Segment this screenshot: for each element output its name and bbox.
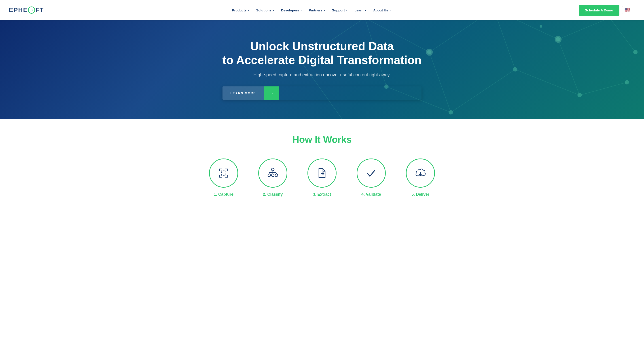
step-validate: 4. Validate xyxy=(353,158,389,197)
schedule-demo-button[interactable]: Schedule A Demo xyxy=(579,5,620,16)
extract-icon xyxy=(315,166,329,180)
nav-link-support[interactable]: Support ▾ xyxy=(330,7,350,14)
nav-item-solutions[interactable]: Solutions ▾ xyxy=(253,7,276,14)
svg-rect-49 xyxy=(228,175,228,177)
svg-line-7 xyxy=(429,52,451,112)
nav-item-products[interactable]: Products ▾ xyxy=(229,7,252,14)
svg-point-53 xyxy=(272,174,274,177)
step-extract-icon-circle xyxy=(308,158,336,188)
nav-right: Schedule A Demo 🇺🇸 ▾ xyxy=(579,5,635,16)
step-capture: 1. Capture xyxy=(206,158,242,197)
learn-more-arrow-button[interactable]: → xyxy=(264,86,278,100)
nav-link-about-us[interactable]: About Us ▾ xyxy=(370,7,393,14)
step-capture-icon-circle xyxy=(209,158,238,188)
chevron-down-icon: ▾ xyxy=(324,9,325,12)
nav-links: Products ▾ Solutions ▾ Developers ▾ Part… xyxy=(229,7,393,14)
steps-row: 1. Capture 2. Classify xyxy=(9,158,635,197)
svg-point-40 xyxy=(555,36,562,43)
svg-point-52 xyxy=(268,174,270,177)
step-deliver-label: 5. Deliver xyxy=(412,192,429,197)
chevron-down-icon: ▾ xyxy=(346,9,347,12)
hero-content: Unlock Unstructured Data to Accelerate D… xyxy=(222,39,422,100)
step-classify: 2. Classify xyxy=(255,158,291,197)
validate-icon xyxy=(364,166,378,180)
svg-line-4 xyxy=(558,20,610,39)
logo-text-prefix: EPHE xyxy=(9,7,28,14)
svg-line-2 xyxy=(429,20,494,52)
svg-point-25 xyxy=(577,93,582,97)
how-it-works-section: How It Works 1. Capture xyxy=(0,119,644,215)
logo[interactable]: EPHE S FT xyxy=(9,7,44,14)
svg-line-14 xyxy=(610,20,635,52)
chevron-down-icon: ▾ xyxy=(300,9,302,12)
nav-item-support[interactable]: Support ▾ xyxy=(330,7,350,14)
logo-circle-s: S xyxy=(28,7,35,14)
chevron-down-icon: ▾ xyxy=(632,9,632,12)
hero-subtitle: High-speed capture and extraction uncove… xyxy=(222,72,422,77)
svg-rect-45 xyxy=(228,168,228,171)
svg-rect-47 xyxy=(219,175,220,177)
chevron-down-icon: ▾ xyxy=(365,9,366,12)
flag-icon: 🇺🇸 xyxy=(624,8,630,13)
svg-line-3 xyxy=(494,20,558,39)
chevron-down-icon: ▾ xyxy=(248,9,249,12)
svg-point-41 xyxy=(426,49,433,56)
svg-point-35 xyxy=(633,50,638,54)
language-selector-button[interactable]: 🇺🇸 ▾ xyxy=(622,6,635,14)
svg-point-27 xyxy=(448,110,453,114)
svg-point-23 xyxy=(556,37,560,41)
nav-item-learn[interactable]: Learn ▾ xyxy=(352,7,369,14)
svg-point-21 xyxy=(427,50,431,54)
nav-item-partners[interactable]: Partners ▾ xyxy=(306,7,328,14)
deliver-icon xyxy=(414,166,427,180)
step-extract-label: 3. Extract xyxy=(313,192,331,197)
step-capture-label: 1. Capture xyxy=(214,192,234,197)
classify-icon xyxy=(266,166,280,180)
step-validate-icon-circle xyxy=(357,158,386,188)
svg-rect-43 xyxy=(219,168,220,171)
nav-item-about-us[interactable]: About Us ▾ xyxy=(370,7,393,14)
how-it-works-title: How It Works xyxy=(9,134,635,145)
chevron-down-icon: ▾ xyxy=(273,9,274,12)
svg-line-5 xyxy=(558,39,580,95)
svg-point-51 xyxy=(272,168,274,171)
step-deliver-icon-circle xyxy=(406,158,435,188)
step-classify-icon-circle xyxy=(258,158,287,188)
nav-link-developers[interactable]: Developers ▾ xyxy=(278,7,304,14)
hero-section: Unlock Unstructured Data to Accelerate D… xyxy=(0,20,644,119)
navbar: EPHE S FT Products ▾ Solutions ▾ Develop… xyxy=(0,0,644,20)
step-classify-label: 2. Classify xyxy=(263,192,283,197)
logo-text-suffix: FT xyxy=(35,7,44,14)
svg-line-12 xyxy=(515,69,580,95)
nav-link-products[interactable]: Products ▾ xyxy=(229,7,252,14)
svg-line-6 xyxy=(494,20,515,69)
learn-more-button[interactable]: LEARN MORE xyxy=(222,86,264,100)
svg-point-34 xyxy=(625,80,629,84)
svg-line-11 xyxy=(451,69,515,112)
nav-item-developers[interactable]: Developers ▾ xyxy=(278,7,304,14)
svg-point-54 xyxy=(275,174,278,177)
chevron-down-icon: ▾ xyxy=(390,9,391,12)
step-validate-label: 4. Validate xyxy=(361,192,381,197)
nav-link-learn[interactable]: Learn ▾ xyxy=(352,7,369,14)
svg-point-38 xyxy=(540,25,542,28)
nav-link-solutions[interactable]: Solutions ▾ xyxy=(253,7,276,14)
nav-link-partners[interactable]: Partners ▾ xyxy=(306,7,328,14)
step-deliver: 5. Deliver xyxy=(402,158,438,197)
step-extract: 3. Extract xyxy=(304,158,340,197)
hero-cta-group: LEARN MORE → xyxy=(222,86,422,100)
svg-rect-50 xyxy=(222,171,226,175)
svg-line-13 xyxy=(580,82,627,95)
capture-icon xyxy=(217,166,230,180)
svg-point-26 xyxy=(513,67,517,71)
hero-title: Unlock Unstructured Data to Accelerate D… xyxy=(222,39,422,67)
